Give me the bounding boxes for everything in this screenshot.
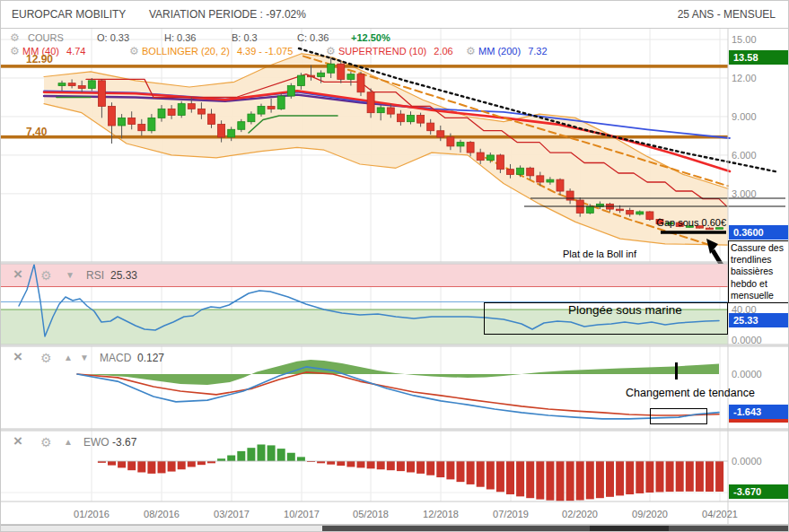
mm200-legend: MM (200) 7.32	[478, 46, 548, 57]
mm40-value: 4.74	[66, 46, 85, 57]
candle	[68, 83, 75, 86]
low-value: B: 0.3	[232, 32, 258, 43]
level-label-740[interactable]: 7.40	[26, 126, 47, 138]
candle	[78, 86, 85, 89]
mm40-settings-gear-icon[interactable]: ⚙	[10, 45, 20, 57]
ewo-bar	[227, 456, 235, 461]
candle	[188, 104, 195, 109]
ewo-bar	[616, 461, 624, 495]
timeline-scrollbar-dark-segment[interactable]	[590, 526, 669, 532]
candle	[627, 211, 634, 214]
rsi-move-down-icon[interactable]: ▼	[66, 270, 75, 280]
x-axis-label: 09/2020	[632, 509, 668, 519]
candle	[507, 170, 514, 175]
x-axis-label: 03/2017	[214, 509, 250, 519]
ewo-bar	[636, 461, 644, 493]
ewo-value-badge: -3.670	[729, 484, 788, 499]
candle	[138, 125, 145, 131]
ewo-close-icon[interactable]: ×	[13, 435, 22, 448]
svg-text:0.0000: 0.0000	[732, 335, 762, 345]
candle	[197, 109, 205, 114]
ewo-bar	[147, 461, 155, 474]
close-value: C: 0.36	[297, 32, 329, 43]
candle	[287, 86, 294, 96]
open-value: O: 0.33	[97, 32, 129, 43]
x-axis-label: 04/2021	[702, 509, 738, 519]
x-axis-label: 01/2016	[74, 509, 110, 519]
candle	[517, 168, 524, 174]
instrument-title: EUROPCAR MOBILITY	[12, 8, 126, 21]
candle	[238, 122, 245, 130]
mm200-settings-gear-icon[interactable]: ⚙	[466, 45, 476, 57]
candle	[417, 116, 425, 124]
x-axis-label: 07/2019	[493, 509, 529, 519]
macd-close-icon[interactable]: ×	[13, 351, 22, 363]
ewo-bar	[137, 461, 145, 473]
candle	[397, 114, 404, 122]
ewo-bar	[706, 461, 714, 492]
candle	[328, 64, 335, 73]
high-badge: 13.58	[729, 50, 788, 65]
rsi-close-icon[interactable]: ×	[13, 268, 22, 281]
ewo-bar	[178, 461, 186, 469]
ewo-bar	[346, 461, 355, 467]
annotation-macd-box	[650, 408, 707, 424]
ewo-bar	[118, 461, 126, 467]
svg-text:6.000: 6.000	[732, 150, 757, 161]
macd-settings-gear-icon[interactable]: ⚙	[40, 351, 52, 365]
candle	[248, 114, 255, 122]
supertrend-settings-gear-icon[interactable]: ⚙	[326, 45, 336, 57]
x-axis-label: 10/2017	[284, 509, 320, 519]
candle	[537, 176, 544, 182]
macd-move-up-icon[interactable]: ▲	[64, 353, 73, 362]
ewo-bar	[446, 461, 454, 479]
mm200-value: 7.32	[528, 46, 547, 57]
high-value: H: 0.36	[164, 32, 196, 43]
candle	[636, 212, 644, 214]
ewo-bar	[645, 461, 653, 493]
ewo-bar	[416, 461, 425, 474]
period-change: +12.50%	[351, 32, 390, 43]
macd-move-down-icon[interactable]: ▼	[80, 353, 89, 362]
timeline-scrollbar-thumb[interactable]	[322, 526, 789, 532]
chart-canvas[interactable]: 15.0012.009.0006.0003.00040.000.00000.00…	[1, 1, 789, 532]
candle	[308, 75, 315, 77]
ewo-move-up-icon[interactable]: ▲	[64, 437, 73, 447]
candle	[387, 108, 394, 114]
ewo-bar	[188, 461, 196, 467]
ewo-bar	[158, 461, 166, 473]
svg-text:15.00: 15.00	[732, 34, 757, 45]
ewo-bar	[576, 461, 584, 501]
bollinger-settings-gear-icon[interactable]: ⚙	[129, 45, 139, 57]
candle	[277, 96, 285, 109]
rsi-settings-gear-icon[interactable]: ⚙	[40, 268, 52, 283]
variation-period: VARIATION PERIODE : -97.02%	[149, 8, 306, 21]
candle	[377, 108, 384, 113]
ewo-bar	[258, 444, 266, 461]
ewo-bar	[436, 461, 444, 477]
ewo-bar	[327, 461, 335, 465]
ewo-bar	[557, 461, 565, 501]
x-axis-label: 02/2020	[562, 509, 598, 519]
ewo-bar	[546, 461, 554, 501]
candle	[477, 153, 484, 161]
candle	[228, 129, 235, 137]
timeframe-label: 25 ANS - MENSUEL	[678, 8, 776, 21]
bollinger-legend: BOLLINGER (20, 2) 4.39 - -1.075	[142, 46, 293, 57]
ewo-bar	[566, 461, 574, 501]
ewo-settings-gear-icon[interactable]: ⚙	[40, 435, 52, 449]
macd-histogram-area	[77, 360, 719, 385]
candle	[457, 143, 464, 146]
cours-settings-gear-icon[interactable]: ⚙	[10, 31, 20, 44]
ewo-bar	[656, 461, 664, 492]
candle	[427, 123, 434, 131]
candle	[148, 118, 155, 130]
trading-app-window: { "header": { "title": "EUROPCAR MOBILIT…	[0, 0, 789, 532]
level-label-1290[interactable]: 12.90	[26, 53, 53, 65]
candle	[527, 168, 534, 176]
rsi-panel-title: RSI	[86, 269, 104, 282]
ewo-bar	[676, 461, 684, 492]
ewo-bar	[457, 461, 465, 482]
candle	[109, 106, 116, 125]
ewo-bar	[626, 461, 634, 494]
